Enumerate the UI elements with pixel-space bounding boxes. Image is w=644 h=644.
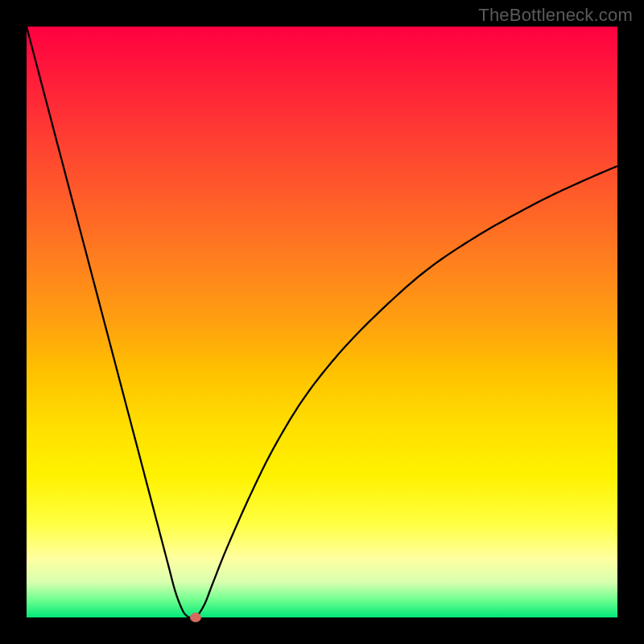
gradient-plot-area	[27, 27, 617, 617]
watermark-label: TheBottleneck.com	[478, 5, 633, 26]
optimal-point-marker	[190, 613, 201, 622]
chart-stage: TheBottleneck.com	[0, 0, 644, 644]
